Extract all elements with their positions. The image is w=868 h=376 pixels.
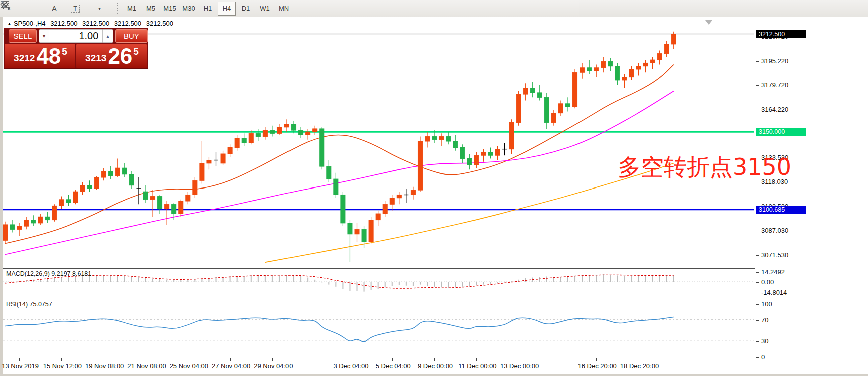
sell-price-sup: 5 bbox=[62, 46, 67, 57]
time-tick-label: 15 Nov 12:00 bbox=[39, 362, 85, 370]
buy-price-sup: 5 bbox=[133, 46, 139, 57]
price-tick-mark bbox=[756, 85, 759, 86]
grid-tool-button[interactable]: F bbox=[24, 2, 42, 16]
macd-tick-mark bbox=[756, 293, 759, 293]
symbol-period-label: SP500-,H4 bbox=[14, 20, 46, 27]
time-tick-mark bbox=[639, 358, 639, 361]
price-tick-label: 3179.720 bbox=[761, 81, 788, 89]
macd-axis-label: 14.2492 bbox=[761, 268, 785, 276]
rsi-axis-label: 30 bbox=[761, 337, 768, 345]
time-tick-mark bbox=[188, 358, 188, 361]
buy-price-prefix: 3213 bbox=[85, 53, 106, 64]
macd-tick-mark bbox=[756, 282, 759, 283]
time-tick-label: 9 Dec 00:00 bbox=[412, 362, 458, 370]
time-tick-mark bbox=[519, 358, 519, 361]
toolbar-separator bbox=[299, 3, 299, 15]
timeframe-m15[interactable]: M15 bbox=[161, 2, 179, 16]
time-tick-label: 13 Nov 2019 bbox=[0, 362, 43, 370]
time-tick-label: 11 Dec 00:00 bbox=[454, 362, 500, 370]
price-tick-mark bbox=[756, 110, 759, 110]
price-axis[interactable] bbox=[755, 17, 868, 359]
toolbar-drag-handle[interactable] bbox=[117, 3, 118, 15]
macd-tick-mark bbox=[756, 272, 759, 273]
time-tick-label: 29 Nov 04:00 bbox=[250, 362, 297, 370]
quote-open: 3212.500 bbox=[50, 20, 77, 27]
time-tick-mark bbox=[104, 358, 104, 361]
timeframe-m30[interactable]: M30 bbox=[180, 2, 198, 16]
rsi-axis-label: 0 bbox=[761, 353, 765, 361]
macd-pane[interactable] bbox=[3, 268, 756, 298]
buy-price-big: 26 bbox=[108, 45, 132, 67]
sell-price[interactable]: 3212485 bbox=[5, 44, 75, 68]
buy-button[interactable]: BUY bbox=[115, 29, 148, 43]
quote-header: ▲SP500-,H4 3212.500 3212.500 3212.500 32… bbox=[7, 20, 176, 27]
time-tick-mark bbox=[61, 358, 62, 361]
price-tick-mark bbox=[756, 61, 759, 62]
quote-low: 3212.500 bbox=[114, 20, 141, 27]
time-tick-label: 25 Nov 04:00 bbox=[166, 362, 212, 370]
price-tick-label: 3164.220 bbox=[761, 106, 788, 113]
time-tick-mark bbox=[230, 358, 231, 361]
time-tick-mark bbox=[272, 358, 273, 361]
text-label-tool-button[interactable]: A bbox=[45, 2, 63, 16]
quote-close: 3212.500 bbox=[146, 20, 173, 27]
timeframe-h4[interactable]: H4 bbox=[218, 2, 236, 16]
resistance-price-label: 3150.000 bbox=[756, 128, 806, 136]
chart-end-marker-icon[interactable] bbox=[705, 20, 712, 25]
time-tick-label: 18 Dec 20:00 bbox=[617, 362, 663, 370]
time-tick-label: 19 Nov 08:00 bbox=[82, 362, 128, 370]
time-tick-mark bbox=[476, 358, 477, 361]
timeframe-d1[interactable]: D1 bbox=[237, 2, 255, 16]
time-tick-label: 13 Dec 00:00 bbox=[497, 362, 543, 370]
time-tick-label: 3 Dec 04:00 bbox=[328, 362, 374, 370]
time-tick-mark bbox=[392, 358, 393, 361]
text-box-tool-icon: T bbox=[71, 5, 79, 13]
macd-axis-label: -14.8014 bbox=[761, 289, 787, 296]
rsi-tick-mark bbox=[756, 341, 759, 342]
time-tick-mark bbox=[596, 358, 597, 361]
time-tick-mark bbox=[350, 358, 350, 361]
support-price-label: 3100.685 bbox=[756, 206, 806, 214]
timeframe-m1[interactable]: M1 bbox=[123, 2, 141, 16]
rsi-label: RSI(14) 75.0757 bbox=[6, 301, 52, 308]
sell-price-prefix: 3212 bbox=[14, 53, 35, 64]
volume-decrease-button[interactable]: ▾ bbox=[39, 29, 50, 43]
timeframe-m5[interactable]: M5 bbox=[142, 2, 160, 16]
price-tick-mark bbox=[756, 255, 759, 256]
macd-label: MACD(12,26,9) 9.2197 8.6181 bbox=[6, 270, 91, 277]
rsi-tick-mark bbox=[756, 304, 759, 305]
rsi-tick-mark bbox=[756, 320, 759, 321]
macd-axis-label: 0.00 bbox=[761, 278, 774, 286]
timeframe-mn[interactable]: MN bbox=[275, 2, 293, 16]
timeframe-w1[interactable]: W1 bbox=[256, 2, 274, 16]
annotation-note: 多空转折点3150 bbox=[618, 154, 791, 180]
time-tick-mark bbox=[434, 358, 435, 361]
timeframe-h1[interactable]: H1 bbox=[199, 2, 217, 16]
text-label-tool-icon: A bbox=[52, 4, 57, 13]
price-tick-label: 3087.030 bbox=[761, 227, 788, 234]
one-click-trade-panel: SELL ▾ ▴ BUY 3212485 3213265 bbox=[4, 28, 148, 68]
time-tick-label: 5 Dec 04:00 bbox=[370, 362, 416, 370]
spin-down-icon: ▾ bbox=[43, 33, 45, 39]
time-tick-label: 16 Dec 20:00 bbox=[574, 362, 620, 370]
volume-increase-button[interactable]: ▴ bbox=[102, 29, 113, 43]
time-tick-label: 21 Nov 08:00 bbox=[124, 362, 170, 370]
rsi-pane[interactable] bbox=[3, 299, 756, 358]
time-tick-mark bbox=[19, 358, 20, 361]
buy-price[interactable]: 3213265 bbox=[76, 44, 147, 68]
collapse-triangle-icon[interactable]: ▲ bbox=[7, 21, 12, 26]
dropdown-caret-icon: ▾ bbox=[98, 6, 101, 11]
price-tick-label: 3071.530 bbox=[761, 251, 788, 259]
text-box-tool-button[interactable]: T bbox=[66, 2, 84, 16]
rsi-axis-label: 70 bbox=[761, 316, 768, 324]
time-tick-mark bbox=[146, 358, 146, 361]
arrows-tool-button[interactable]: ▾ bbox=[87, 2, 110, 16]
time-axis[interactable]: 13 Nov 201915 Nov 12:0019 Nov 08:0021 No… bbox=[3, 358, 868, 374]
rsi-tick-mark bbox=[756, 357, 759, 358]
sell-price-big: 48 bbox=[36, 45, 61, 67]
price-tick-label: 3195.220 bbox=[761, 57, 788, 65]
volume-input[interactable] bbox=[49, 29, 102, 43]
sell-button[interactable]: SELL bbox=[9, 29, 37, 43]
quote-high: 3212.500 bbox=[82, 20, 109, 27]
time-tick-label: 27 Nov 04:00 bbox=[208, 362, 254, 370]
